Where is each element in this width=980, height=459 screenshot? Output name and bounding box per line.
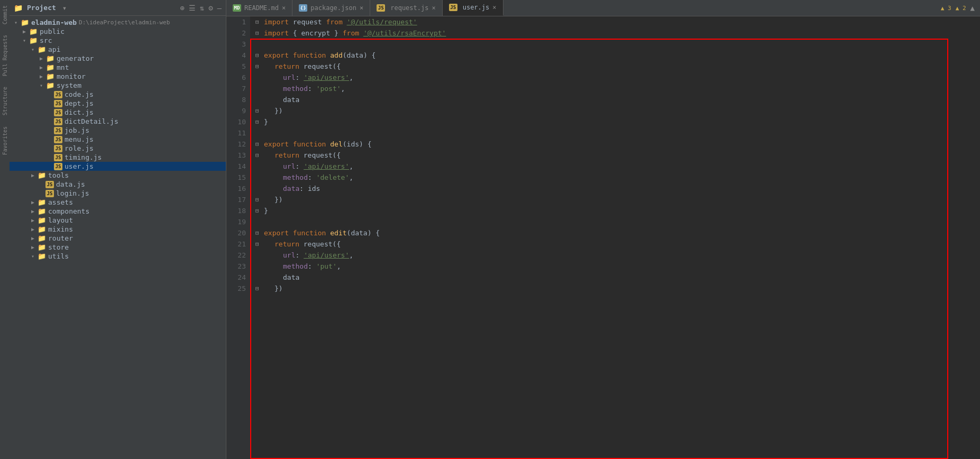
utils-folder-icon: 📁 bbox=[37, 252, 47, 260]
login-js-icon: JS bbox=[45, 190, 54, 197]
fold-25[interactable]: ⊟ bbox=[255, 283, 262, 294]
tree-item-system[interactable]: ▾ 📁 system bbox=[10, 81, 226, 90]
tree-item-login-js[interactable]: ▶ JS login.js bbox=[10, 189, 226, 198]
tab-readme[interactable]: MD README.md × bbox=[226, 0, 292, 16]
tree-item-mnt[interactable]: ▶ 📁 mnt bbox=[10, 63, 226, 72]
locate-icon[interactable]: ⊕ bbox=[180, 4, 184, 12]
tab-bar: MD README.md × {} package.json × JS requ… bbox=[226, 0, 980, 16]
mixins-arrow: ▶ bbox=[29, 226, 37, 232]
param-data-20: data bbox=[351, 227, 367, 238]
tree-item-timing-js[interactable]: ▶ JS timing.js bbox=[10, 153, 226, 162]
role-js-label: role.js bbox=[65, 144, 94, 152]
tools-folder-icon: 📁 bbox=[37, 171, 47, 179]
fold-21[interactable]: ⊟ bbox=[255, 238, 262, 250]
code-line-25: ⊟ }) bbox=[255, 283, 980, 294]
ids-var-16: ids bbox=[308, 183, 320, 194]
user-close-button[interactable]: × bbox=[492, 4, 496, 11]
url-val-22: 'api/users' bbox=[304, 250, 349, 261]
user-js-tab-icon: JS bbox=[449, 4, 457, 11]
tree-item-api[interactable]: ▾ 📁 api bbox=[10, 45, 226, 54]
commit-label[interactable]: Commit bbox=[2, 5, 8, 24]
tree-item-data-js[interactable]: ▶ JS data.js bbox=[10, 180, 226, 189]
export-kw-12: export bbox=[264, 139, 293, 150]
fold-2[interactable]: ⊟ bbox=[255, 27, 262, 39]
expand-icon[interactable]: ⇅ bbox=[200, 4, 204, 12]
code-line-2: ⊟ import { encrypt } from '@/utils/rsaEn… bbox=[255, 27, 980, 39]
tree-item-store[interactable]: ▶ 📁 store bbox=[10, 243, 226, 252]
monitor-folder-icon: 📁 bbox=[45, 72, 55, 80]
request-close-button[interactable]: × bbox=[432, 4, 435, 12]
paren-close-4: ) { bbox=[363, 50, 375, 61]
close-25: }) bbox=[274, 283, 283, 294]
dict-js-icon: JS bbox=[54, 109, 62, 116]
assets-folder-icon: 📁 bbox=[37, 198, 47, 206]
ln-11: 11 bbox=[226, 127, 246, 139]
fold-1[interactable]: ⊟ bbox=[255, 16, 262, 27]
fold-12[interactable]: ⊟ bbox=[255, 139, 262, 150]
code-line-14: url : 'api/users' , bbox=[255, 161, 980, 172]
tree-root-item[interactable]: ▾ 📁 eladmin-web D:\ideaProject\eladmin-w… bbox=[10, 18, 226, 27]
code-line-23: method : 'put' , bbox=[255, 261, 980, 272]
readme-close-button[interactable]: × bbox=[282, 4, 286, 12]
hide-icon[interactable]: — bbox=[217, 4, 222, 12]
favorites-label[interactable]: Favorites bbox=[2, 126, 8, 155]
close-17: }) bbox=[274, 194, 283, 205]
fold-10[interactable]: ⊟ bbox=[255, 116, 262, 127]
root-folder-icon: 📁 bbox=[20, 19, 30, 26]
fn-name-del: del bbox=[330, 139, 342, 150]
fold-18[interactable]: ⊟ bbox=[255, 205, 262, 216]
editor-content[interactable]: 1 2 3 4 5 6 7 8 9 10 11 12 13 14 15 16 1… bbox=[226, 16, 980, 459]
scroll-up-icon[interactable]: ▲ bbox=[970, 4, 975, 12]
tree-item-code-js[interactable]: ▶ JS code.js bbox=[10, 90, 226, 99]
fold-17[interactable]: ⊟ bbox=[255, 194, 262, 205]
tree-item-router[interactable]: ▶ 📁 router bbox=[10, 234, 226, 243]
tree-item-monitor[interactable]: ▶ 📁 monitor bbox=[10, 72, 226, 81]
code-line-20: ⊟ export function edit ( data ) { bbox=[255, 227, 980, 238]
tab-package[interactable]: {} package.json × bbox=[292, 0, 370, 16]
fold-5[interactable]: ⊟ bbox=[255, 61, 262, 72]
fn-name-add: add bbox=[330, 50, 342, 61]
close-10: } bbox=[264, 116, 268, 127]
return-kw-13: return bbox=[274, 150, 304, 161]
tree-item-tools[interactable]: ▶ 📁 tools bbox=[10, 171, 226, 180]
tree-item-mixins[interactable]: ▶ 📁 mixins bbox=[10, 225, 226, 234]
tree-item-dict-js[interactable]: ▶ JS dict.js bbox=[10, 108, 226, 117]
tree-item-generator[interactable]: ▶ 📁 generator bbox=[10, 54, 226, 63]
tree-item-menu-js[interactable]: ▶ JS menu.js bbox=[10, 135, 226, 144]
dropdown-arrow-icon[interactable]: ▾ bbox=[62, 4, 67, 12]
tree-item-src[interactable]: ▾ 📁 src bbox=[10, 36, 226, 45]
tree-item-dictdetail-js[interactable]: ▶ JS dictDetail.js bbox=[10, 117, 226, 126]
fold-4[interactable]: ⊟ bbox=[255, 50, 262, 61]
tree-item-user-js[interactable]: ▶ JS user.js bbox=[10, 162, 226, 171]
paren-open-20: ( bbox=[347, 227, 351, 238]
code-line-18: ⊟ } bbox=[255, 205, 980, 216]
pull-requests-label[interactable]: Pull Requests bbox=[2, 35, 8, 76]
tree-item-utils[interactable]: ▾ 📁 utils bbox=[10, 252, 226, 261]
paren-close-20: ) { bbox=[368, 227, 380, 238]
package-close-button[interactable]: × bbox=[360, 4, 363, 12]
export-kw-20: export bbox=[264, 227, 293, 238]
function-kw-20: function bbox=[293, 227, 330, 238]
tree-item-dept-js[interactable]: ▶ JS dept.js bbox=[10, 99, 226, 108]
menu-js-icon: JS bbox=[54, 136, 62, 143]
mnt-folder-icon: 📁 bbox=[45, 63, 55, 71]
tab-user[interactable]: JS user.js × bbox=[443, 0, 503, 16]
tree-item-role-js[interactable]: ▶ JS role.js bbox=[10, 144, 226, 153]
settings-icon[interactable]: ⚙ bbox=[208, 4, 213, 12]
fold-20[interactable]: ⊟ bbox=[255, 227, 262, 238]
brace-5: ({ bbox=[333, 61, 341, 72]
tab-request[interactable]: JS request.js × bbox=[370, 0, 442, 16]
fold-9[interactable]: ⊟ bbox=[255, 105, 262, 116]
tree-item-assets[interactable]: ▶ 📁 assets bbox=[10, 198, 226, 207]
fold-13[interactable]: ⊟ bbox=[255, 150, 262, 161]
tree-item-layout[interactable]: ▶ 📁 layout bbox=[10, 216, 226, 225]
request-call-5: request bbox=[304, 61, 333, 72]
tree-item-job-js[interactable]: ▶ JS job.js bbox=[10, 126, 226, 135]
collapse-all-icon[interactable]: ☰ bbox=[189, 4, 196, 12]
comma-7: , bbox=[341, 83, 345, 94]
code-line-7: method : 'post' , bbox=[255, 83, 980, 94]
tree-item-public[interactable]: ▶ 📁 public bbox=[10, 27, 226, 36]
structure-label[interactable]: Structure bbox=[2, 87, 8, 115]
tree-item-components[interactable]: ▶ 📁 components bbox=[10, 207, 226, 216]
package-tab-label: package.json bbox=[310, 4, 356, 12]
